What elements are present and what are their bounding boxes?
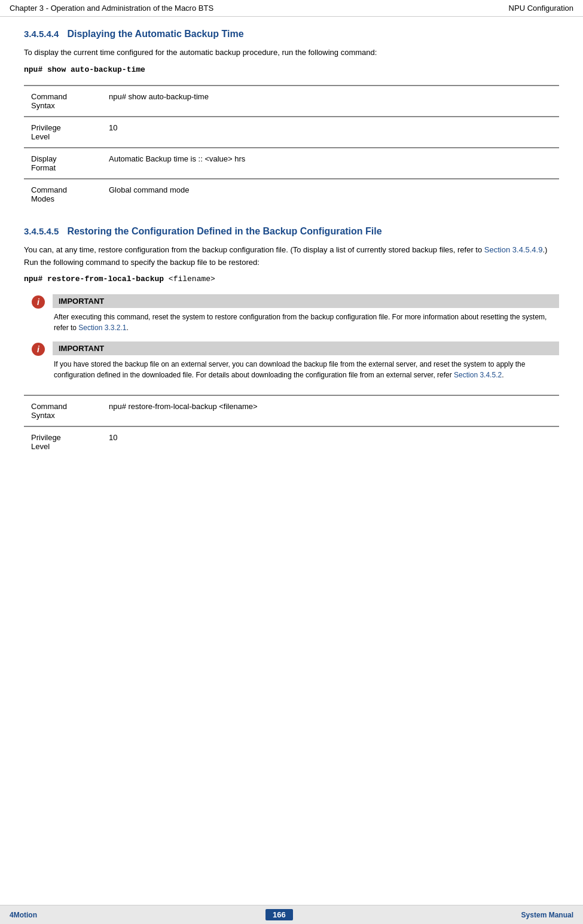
important-text-1: After executing this command, reset the … [53, 312, 559, 333]
important-header-1: IMPORTANT [53, 294, 559, 308]
section2-command: npu# restore-from-local-backup <filename… [24, 275, 559, 283]
value-privilege-level-2: 10 [102, 426, 559, 457]
link-section-3459[interactable]: Section 3.4.5.4.9 [484, 245, 543, 254]
table-row: PrivilegeLevel 10 [24, 426, 559, 457]
header-left: Chapter 3 - Operation and Administration… [10, 4, 213, 13]
important-text-2: If you have stored the backup file on an… [53, 359, 559, 380]
info-icon-1: i [32, 295, 45, 309]
important-box-2: i IMPORTANT If you have stored the backu… [24, 341, 559, 380]
value-command-modes: Global command mode [102, 179, 559, 209]
table-row: CommandModes Global command mode [24, 179, 559, 209]
table-row: CommandSyntax npu# show auto-backup-time [24, 86, 559, 117]
important-icon-2: i [24, 341, 53, 356]
header-right: NPU Configuration [509, 4, 573, 13]
label-command-modes: CommandModes [24, 179, 102, 209]
section1-number: 3.4.5.4.4 [24, 29, 59, 39]
link-section-3321[interactable]: Section 3.3.2.1 [78, 324, 126, 332]
important-header-2: IMPORTANT [53, 341, 559, 355]
important-content-1: IMPORTANT After executing this command, … [53, 294, 559, 333]
value-command-syntax-2: npu# restore-from-local-backup <filename… [102, 395, 559, 426]
section2-title: Restoring the Configuration Defined in t… [67, 226, 381, 237]
info-icon-2: i [32, 343, 45, 356]
section1-header: 3.4.5.4.4 Displaying the Automatic Backu… [24, 29, 559, 39]
value-privilege-level-1: 10 [102, 117, 559, 148]
section2-header: 3.4.5.4.5 Restoring the Configuration De… [24, 226, 559, 237]
section1-table: CommandSyntax npu# show auto-backup-time… [24, 85, 559, 209]
table-row: DisplayFormat Automatic Backup time is :… [24, 148, 559, 179]
value-command-syntax-1: npu# show auto-backup-time [102, 86, 559, 117]
footer-page: 166 [265, 909, 293, 920]
footer-right: System Manual [521, 911, 573, 919]
table-row: PrivilegeLevel 10 [24, 117, 559, 148]
section1-command: npu# show auto-backup-time [24, 65, 559, 74]
label-command-syntax-2: CommandSyntax [24, 395, 102, 426]
section1-title: Displaying the Automatic Backup Time [67, 29, 243, 39]
section2-number: 3.4.5.4.5 [24, 226, 59, 236]
label-privilege-level-2: PrivilegeLevel [24, 426, 102, 457]
label-display-format: DisplayFormat [24, 148, 102, 179]
label-command-syntax-1: CommandSyntax [24, 86, 102, 117]
section2-table: CommandSyntax npu# restore-from-local-ba… [24, 395, 559, 457]
header: Chapter 3 - Operation and Administration… [0, 0, 583, 17]
section1-body: To display the current time configured f… [24, 47, 559, 59]
section2-body: You can, at any time, restore configurat… [24, 244, 559, 269]
link-section-3452[interactable]: Section 3.4.5.2 [454, 371, 502, 379]
important-content-2: IMPORTANT If you have stored the backup … [53, 341, 559, 380]
label-privilege-level-1: PrivilegeLevel [24, 117, 102, 148]
table-row: CommandSyntax npu# restore-from-local-ba… [24, 395, 559, 426]
value-display-format: Automatic Backup time is :: <value> hrs [102, 148, 559, 179]
important-icon-1: i [24, 294, 53, 309]
footer-left: 4Motion [10, 911, 37, 919]
important-box-1: i IMPORTANT After executing this command… [24, 294, 559, 333]
footer: 4Motion 166 System Manual [0, 905, 583, 924]
